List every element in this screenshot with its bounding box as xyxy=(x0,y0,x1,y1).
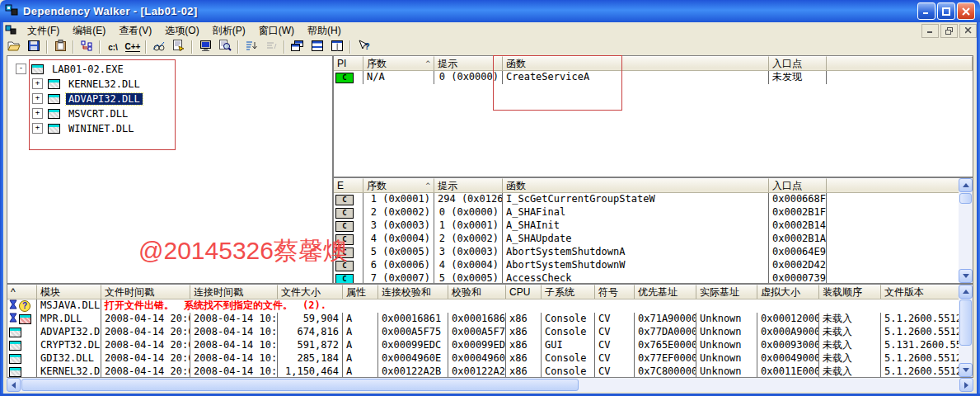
system-info-button[interactable] xyxy=(195,40,215,55)
module-row[interactable]: MPR.DLL2008-04-14 20:002008-04-14 10:135… xyxy=(7,313,973,326)
import-header-ordinal[interactable]: 序数^ xyxy=(363,56,434,70)
tree-item-label[interactable]: WININET.DLL xyxy=(66,123,136,134)
export-row[interactable]: C6 (0x0006)4 (0x0004)AbortSystemShutdown… xyxy=(334,259,973,272)
scroll-up-button[interactable] xyxy=(959,178,973,192)
cell-file-version: 5.1.2600.5512 xyxy=(881,365,960,378)
module-header-load-order[interactable]: 装载顺序 xyxy=(819,285,881,299)
c-drive-button[interactable]: c:\ xyxy=(103,40,123,55)
scroll-up-button[interactable] xyxy=(959,285,973,299)
menu-edit[interactable]: 编辑(E) xyxy=(66,22,112,40)
tree-item-label[interactable]: MSVCRT.DLL xyxy=(66,108,130,120)
search-button[interactable] xyxy=(215,40,235,55)
vertical-scroll-thumb[interactable] xyxy=(959,299,972,346)
menu-file[interactable]: 文件(F) xyxy=(21,22,66,40)
open-button[interactable] xyxy=(4,40,24,55)
scroll-right-button[interactable] xyxy=(959,378,973,392)
module-row[interactable]: ADVAPI32.DLL2008-04-14 20:002008-04-14 1… xyxy=(7,326,973,339)
expand-icon[interactable]: + xyxy=(32,78,43,89)
minimize-button[interactable] xyxy=(917,2,935,20)
collapse-icon[interactable]: - xyxy=(16,64,26,74)
tree-item-label[interactable]: KERNEL32.DLL xyxy=(66,78,143,90)
vertical-scroll-thumb[interactable] xyxy=(959,193,972,204)
sort-button[interactable] xyxy=(241,40,261,55)
refresh-button[interactable] xyxy=(261,40,281,55)
expand-icon[interactable]: + xyxy=(32,93,43,104)
import-header-hint[interactable]: 提示 xyxy=(434,56,503,70)
module-header-file-size[interactable]: 文件大小 xyxy=(278,285,343,299)
split-vertical-button[interactable] xyxy=(327,40,347,55)
scroll-left-button[interactable] xyxy=(7,378,21,392)
export-header-entry[interactable]: 入口点 xyxy=(769,178,827,192)
maximize-button[interactable] xyxy=(937,2,955,20)
mdi-minimize-button[interactable] xyxy=(921,24,939,38)
properties-button[interactable] xyxy=(169,40,189,55)
module-header-actual-base[interactable]: 实际基址 xyxy=(696,285,757,299)
copy-button[interactable] xyxy=(50,40,70,55)
tree-item-msvcrt-dll[interactable]: +MSVCRT.DLL xyxy=(7,106,332,120)
export-header-e[interactable]: E xyxy=(334,178,363,192)
menu-view[interactable]: 查看(V) xyxy=(112,22,158,40)
window-border-right xyxy=(977,22,980,396)
tree-item-advapi32-dll[interactable]: +ADVAPI32.DLL xyxy=(7,92,332,106)
horizontal-scrollbar[interactable] xyxy=(7,378,973,392)
close-button[interactable] xyxy=(957,2,975,20)
expand-icon[interactable]: + xyxy=(32,123,43,134)
tree-item-kernel32-dll[interactable]: +KERNEL32.DLL xyxy=(7,77,332,91)
expand-tree-button[interactable] xyxy=(77,40,96,55)
export-header-ordinal[interactable]: 序数^ xyxy=(363,178,434,192)
module-row[interactable]: ?MSJAVA.DLL打开文件出错。 系统找不到指定的文件。 (2). xyxy=(7,299,973,313)
export-header-hint[interactable]: 提示 xyxy=(434,178,503,192)
module-header-sort[interactable]: ^ xyxy=(7,285,37,299)
module-header-attributes[interactable]: 属性 xyxy=(343,285,378,299)
module-header-file-version[interactable]: 文件版本 xyxy=(881,285,960,299)
tree-item-label[interactable]: LAB01-02.EXE xyxy=(49,64,126,75)
module-header-cpu[interactable]: CPU xyxy=(506,285,542,299)
import-row[interactable]: CN/A0 (0x0000)CreateServiceA未发现 xyxy=(334,71,973,84)
horizontal-scroll-thumb[interactable] xyxy=(21,379,579,391)
tree-item-lab01-02-exe[interactable]: -LAB01-02.EXE xyxy=(7,62,332,76)
tree-item-wininet-dll[interactable]: +WININET.DLL xyxy=(7,121,332,135)
module-header-module[interactable]: 模块 xyxy=(37,285,101,299)
import-header-entry[interactable]: 入口点 xyxy=(769,56,827,70)
header-label: 属性 xyxy=(346,285,366,299)
menu-window[interactable]: 窗口(W) xyxy=(252,22,301,40)
menu-options[interactable]: 选项(O) xyxy=(158,22,205,40)
mdi-restore-button[interactable] xyxy=(940,24,958,38)
context-help-button[interactable]: ? xyxy=(354,40,373,55)
export-header-function[interactable]: 函数 xyxy=(503,178,769,192)
module-header-checksum[interactable]: 校验和 xyxy=(448,285,506,299)
scroll-down-button[interactable] xyxy=(959,363,973,377)
expand-icon[interactable]: + xyxy=(32,108,43,119)
module-header-link-timestamp[interactable]: 连接时间戳 xyxy=(190,285,278,299)
module-row[interactable]: CRYPT32.DLL2008-04-14 20:002008-04-14 10… xyxy=(7,339,973,352)
export-row[interactable]: C5 (0x0005)3 (0x0003)AbortSystemShutdown… xyxy=(334,246,973,259)
tree-item-label[interactable]: ADVAPI32.DLL xyxy=(66,93,143,105)
module-header-file-timestamp[interactable]: 文件时间戳 xyxy=(101,285,190,299)
menu-help[interactable]: 帮助(H) xyxy=(301,22,348,40)
module-header-link-checksum[interactable]: 连接校验和 xyxy=(378,285,448,299)
toolbar-separator xyxy=(46,40,48,54)
export-row[interactable]: C1 (0x0001)294 (0x0126)I_ScGetCurrentGro… xyxy=(334,193,973,206)
scroll-down-button[interactable] xyxy=(959,269,973,283)
module-vertical-scrollbar[interactable] xyxy=(959,285,973,377)
export-row[interactable]: C3 (0x0003)1 (0x0001)A_SHAInit0x0002B14D xyxy=(334,219,973,233)
export-vertical-scrollbar[interactable] xyxy=(959,178,973,283)
cpp-button[interactable]: C++ xyxy=(123,40,143,55)
export-row[interactable]: C7 (0x0007)5 (0x0005)AccessCheck0x000073… xyxy=(334,272,973,284)
cascade-button[interactable] xyxy=(288,40,307,55)
module-header-symbols[interactable]: 符号 xyxy=(595,285,635,299)
split-horizontal-button[interactable] xyxy=(307,40,327,55)
profile-button[interactable] xyxy=(149,40,169,55)
export-row[interactable]: C2 (0x0002)0 (0x0000)A_SHAFinal0x0002B1F… xyxy=(334,206,973,219)
mdi-close-button[interactable] xyxy=(959,24,977,38)
module-row[interactable]: KERNEL32.DLL2008-04-14 20:002008-04-14 1… xyxy=(7,365,973,378)
import-header-pi[interactable]: PI xyxy=(334,56,363,70)
import-header-function[interactable]: 函数 xyxy=(503,56,769,70)
module-row[interactable]: GDI32.DLL2008-04-14 20:002008-04-14 10:1… xyxy=(7,352,973,365)
module-header-subsystem[interactable]: 子系统 xyxy=(542,285,595,299)
menu-profile[interactable]: 剖析(P) xyxy=(206,22,252,40)
export-row[interactable]: C4 (0x0004)2 (0x0002)A_SHAUpdate0x0002B1… xyxy=(334,233,973,246)
save-button[interactable] xyxy=(24,40,44,55)
module-header-virtual-size[interactable]: 虚拟大小 xyxy=(757,285,819,299)
module-header-preferred-base[interactable]: 优先基址 xyxy=(635,285,696,299)
